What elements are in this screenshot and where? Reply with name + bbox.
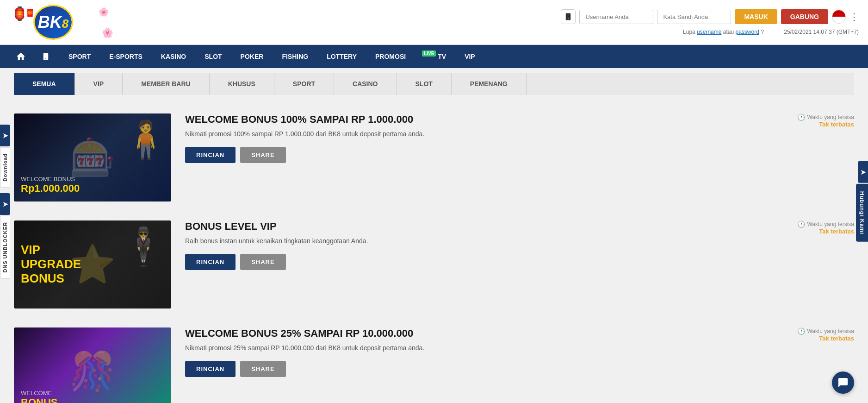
promo-actions-2: RINCIAN SHARE bbox=[185, 254, 766, 270]
promo-info-3: WELCOME BONUS 25% SAMPAI RP 10.000.000 N… bbox=[185, 327, 766, 377]
nav-promosi[interactable]: PROMOSI bbox=[366, 45, 415, 68]
promo-tabs: SEMUA VIP MEMBER BARU KHUSUS SPORT CASIN… bbox=[14, 73, 854, 95]
header: 🏮 🌸 🧧 BK8 🌸 MASUK GABUNG ⋮ Lupa bbox=[0, 0, 868, 45]
question-mark: ? bbox=[761, 29, 764, 35]
nav-fishing[interactable]: FISHING bbox=[273, 45, 317, 68]
svg-point-3 bbox=[45, 58, 46, 59]
forgot-text: Lupa bbox=[683, 29, 697, 35]
forgot-password-link[interactable]: password bbox=[735, 29, 759, 35]
promo-time-3: 🕐 Waktu yang tersisa Tak terbatas bbox=[780, 327, 854, 342]
nav-tv[interactable]: LIVE TV bbox=[415, 45, 455, 68]
username-input[interactable] bbox=[579, 10, 653, 24]
left-arrow-button-2[interactable]: ➤ bbox=[0, 193, 10, 215]
promo-title-2: BONUS LEVEL VIP bbox=[185, 220, 766, 233]
promo-image-1: 🎰 WELCOME BONUS Rp1.000.000 🧍 bbox=[14, 113, 171, 202]
chat-bubble[interactable] bbox=[832, 372, 854, 394]
rincian-button-3[interactable]: RINCIAN bbox=[185, 361, 236, 377]
nav-lottery[interactable]: LOTTERY bbox=[317, 45, 366, 68]
left-arrow-button[interactable]: ➤ bbox=[0, 125, 10, 146]
promo-title-3: WELCOME BONUS 25% SAMPAI RP 10.000.000 bbox=[185, 327, 766, 340]
password-input[interactable] bbox=[657, 10, 731, 24]
time-value-3: Tak terbatas bbox=[819, 335, 854, 342]
header-top-row: MASUK GABUNG ⋮ bbox=[561, 9, 859, 24]
nav-vip[interactable]: VIP bbox=[455, 45, 484, 68]
logo-area: 🏮 🌸 🧧 BK8 🌸 bbox=[9, 4, 116, 41]
main-content: SEMUA VIP MEMBER BARU KHUSUS SPORT CASIN… bbox=[14, 68, 854, 403]
promo-info-2: BONUS LEVEL VIP Raih bonus instan untuk … bbox=[185, 220, 766, 270]
promo-image-2: ⭐ VIPUPGRADEBONUS 🕴️ bbox=[14, 220, 171, 309]
tab-casino[interactable]: CASINO bbox=[334, 73, 397, 95]
promo-card-1: 🎰 WELCOME BONUS Rp1.000.000 🧍 WELCOME BO… bbox=[14, 104, 854, 211]
time-value-1: Tak terbatas bbox=[819, 121, 854, 128]
header-bottom-row: Lupa username atau password ? 25/02/2021… bbox=[683, 29, 859, 35]
more-options-icon[interactable]: ⋮ bbox=[849, 11, 859, 22]
or-text: atau bbox=[723, 29, 736, 35]
main-nav: SPORT E-SPORTS KASINO SLOT POKER FISHING… bbox=[0, 45, 868, 68]
nav-poker[interactable]: POKER bbox=[231, 45, 273, 68]
clock-icon-2: 🕐 bbox=[797, 220, 805, 228]
promo-card-3: 🎊 WELCOME BONUS WELCOME BONUS 25% SAMPAI… bbox=[14, 318, 854, 403]
flag-icon[interactable] bbox=[832, 10, 846, 24]
promo-title-1: WELCOME BONUS 100% SAMPAI RP 1.000.000 bbox=[185, 113, 766, 126]
tab-khusus[interactable]: KHUSUS bbox=[210, 73, 274, 95]
nav-mobile[interactable] bbox=[32, 45, 59, 68]
tab-vip[interactable]: VIP bbox=[75, 73, 123, 95]
tab-semua[interactable]: SEMUA bbox=[14, 73, 75, 95]
nav-kasino[interactable]: KASINO bbox=[152, 45, 195, 68]
svg-point-1 bbox=[568, 19, 569, 19]
promo-info-1: WELCOME BONUS 100% SAMPAI RP 1.000.000 N… bbox=[185, 113, 766, 163]
nav-slot[interactable]: SLOT bbox=[195, 45, 231, 68]
left-sidebar: ➤ Download ➤ DNS UNBLOCKER bbox=[0, 125, 10, 278]
contact-label[interactable]: Hubungi Kami bbox=[856, 184, 868, 242]
dns-label[interactable]: DNS UNBLOCKER bbox=[0, 216, 10, 279]
rincian-button-2[interactable]: RINCIAN bbox=[185, 254, 236, 270]
mobile-icon[interactable] bbox=[561, 9, 576, 24]
nav-sport[interactable]: SPORT bbox=[59, 45, 100, 68]
promo-time-1: 🕐 Waktu yang tersisa Tak terbatas bbox=[780, 113, 854, 128]
promo-actions-3: RINCIAN SHARE bbox=[185, 361, 766, 377]
gabung-button[interactable]: GABUNG bbox=[781, 9, 828, 24]
share-button-2[interactable]: SHARE bbox=[240, 254, 286, 270]
promo-actions-1: RINCIAN SHARE bbox=[185, 147, 766, 163]
time-label-text-2: Waktu yang tersisa bbox=[807, 221, 854, 227]
live-badge: LIVE bbox=[422, 50, 436, 57]
time-label-2: 🕐 Waktu yang tersisa bbox=[797, 220, 854, 228]
tab-slot[interactable]: SLOT bbox=[397, 73, 452, 95]
promo-image-3: 🎊 WELCOME BONUS bbox=[14, 327, 171, 403]
tab-sport[interactable]: SPORT bbox=[274, 73, 334, 95]
promo-desc-3: Nikmati promosi 25% sampai RP 10.000.000… bbox=[185, 344, 766, 352]
right-sidebar: ➤ Hubungi Kami bbox=[856, 161, 868, 242]
share-button-1[interactable]: SHARE bbox=[240, 147, 286, 163]
tab-pemenang[interactable]: PEMENANG bbox=[452, 73, 527, 95]
promo-desc-2: Raih bonus instan untuk kenaikan tingkat… bbox=[185, 237, 766, 245]
clock-icon-1: 🕐 bbox=[797, 113, 805, 121]
promo-desc-1: Nikmati promosi 100% sampai RP 1.000.000… bbox=[185, 130, 766, 138]
clock-icon-3: 🕐 bbox=[797, 327, 805, 335]
time-label-3: 🕐 Waktu yang tersisa bbox=[797, 327, 854, 335]
time-label-1: 🕐 Waktu yang tersisa bbox=[797, 113, 854, 121]
header-right: MASUK GABUNG ⋮ Lupa username atau passwo… bbox=[561, 9, 859, 35]
download-label[interactable]: Download bbox=[0, 147, 10, 188]
forgot-username-link[interactable]: username bbox=[697, 29, 721, 35]
rincian-button-1[interactable]: RINCIAN bbox=[185, 147, 236, 163]
time-value-2: Tak terbatas bbox=[819, 228, 854, 235]
promo-image-text-1: WELCOME BONUS Rp1.000.000 bbox=[14, 169, 87, 202]
promo-time-2: 🕐 Waktu yang tersisa Tak terbatas bbox=[780, 220, 854, 235]
time-label-text-1: Waktu yang tersisa bbox=[807, 114, 854, 120]
time-label-text-3: Waktu yang tersisa bbox=[807, 328, 854, 334]
share-button-3[interactable]: SHARE bbox=[240, 361, 286, 377]
datetime: 25/02/2021 14:07:37 (GMT+7) bbox=[784, 29, 859, 35]
nav-home[interactable] bbox=[9, 45, 32, 68]
masuk-button[interactable]: MASUK bbox=[735, 9, 777, 24]
promo-image-text-3: WELCOME BONUS bbox=[14, 383, 64, 403]
vip-image-text: VIPUPGRADEBONUS bbox=[21, 243, 81, 286]
right-arrow-button[interactable]: ➤ bbox=[858, 161, 868, 183]
promo-card-2: ⭐ VIPUPGRADEBONUS 🕴️ BONUS LEVEL VIP Rai… bbox=[14, 211, 854, 318]
nav-esports[interactable]: E-SPORTS bbox=[100, 45, 152, 68]
tab-member-baru[interactable]: MEMBER BARU bbox=[123, 73, 210, 95]
